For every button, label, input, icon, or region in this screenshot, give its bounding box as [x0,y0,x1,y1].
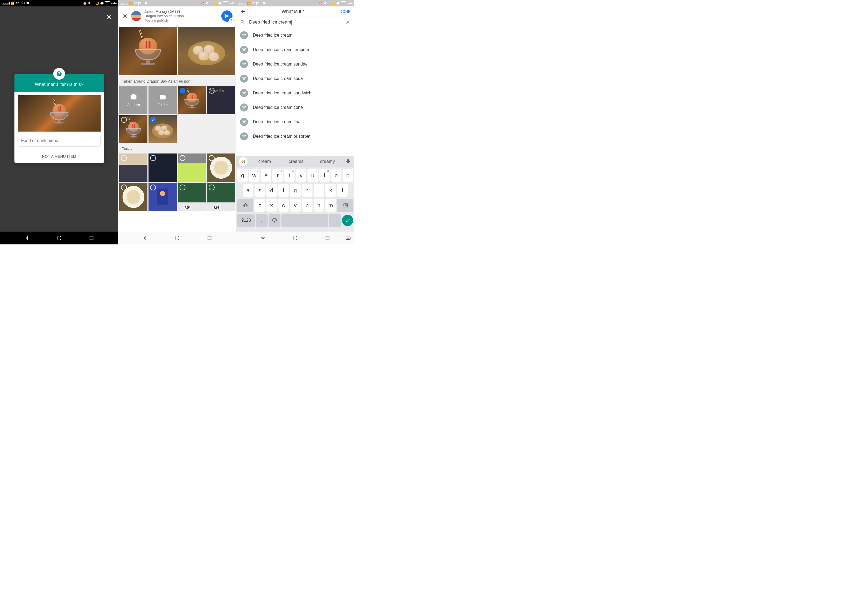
key-g[interactable]: g [290,184,300,197]
nav-back-button[interactable] [142,235,148,241]
kb-suggestion[interactable]: creamy [312,159,343,164]
suggestion-item[interactable]: Deep fried ice cream sandwich [236,86,354,100]
check-icon [150,155,156,161]
close-button[interactable] [105,14,113,21]
svg-point-5 [211,3,211,3]
nav-home-button[interactable] [174,235,180,241]
not-menu-item-button[interactable]: NOT A MENU ITEM [14,150,104,163]
suggestion-item[interactable]: Deep fried ice cream sundae [236,57,354,71]
svg-point-9 [329,3,329,3]
shift-key[interactable] [237,199,253,212]
space-key[interactable] [282,214,328,227]
done-button[interactable]: DONE [340,9,351,14]
symbols-key[interactable]: ?123 [237,214,255,227]
kb-suggestion[interactable]: creams [280,159,312,164]
nav-keyboard-button[interactable] [345,235,351,241]
suggestion-text: Deep fried ice cream sandwich [253,91,312,95]
google-button[interactable]: G [239,157,247,166]
post-header: Jason Murray (JM77) Dragon Bay Asian Fus… [118,6,236,26]
suggestion-item[interactable]: Deep fried ice cream soda [236,71,354,86]
nav-bar [0,232,118,244]
selected-photo[interactable] [119,27,177,75]
suggestion-item[interactable]: Deep fried ice cream cone [236,100,354,115]
enter-key[interactable] [342,215,353,226]
key-q[interactable]: q1 [237,169,248,182]
key-o[interactable]: o9 [331,169,342,182]
key-e[interactable]: e3 [261,169,271,182]
nav-recent-button[interactable] [206,235,212,241]
photo-thumbnail[interactable]: DragonBay [207,86,235,114]
key-u[interactable]: u7 [307,169,318,182]
status-bar: VoLTE 📶 N f ⏰ 🌙 65 4:42 [118,0,236,6]
back-button[interactable] [240,9,246,14]
kb-suggestion[interactable]: cream [249,159,280,164]
question-icon [53,68,65,80]
folder-button[interactable]: Folder [149,86,176,114]
nav-back-button[interactable] [260,235,266,241]
key-a[interactable]: a [243,184,253,197]
nav-home-button[interactable] [292,235,298,241]
photo-thumbnail[interactable]: 7.95 [178,183,206,211]
close-button[interactable] [122,13,128,19]
key-s[interactable]: s [255,184,265,197]
kb-row: asdfghjkl [237,184,353,197]
suggestion-item[interactable]: Deep fried ice cream tempura [236,42,354,57]
send-button[interactable]: 2 [221,11,232,22]
photo-thumbnail[interactable] [207,154,235,182]
nearby-grid: Camera Folder DragonBay DragonBay [118,86,236,144]
suggestion-item[interactable]: Deep fried ice cream [236,28,354,42]
location-icon [209,2,212,5]
photo-thumbnail[interactable] [149,154,176,182]
photo-thumbnail[interactable]: 7.95 [207,183,235,211]
selected-photo[interactable] [178,27,235,75]
camera-button[interactable]: Camera [119,86,148,114]
suggestion-item[interactable]: Deep fried ice cream float [236,115,354,129]
photo-thumbnail[interactable] [119,154,148,182]
key-l[interactable]: l [337,184,348,197]
period-key[interactable]: . [329,214,341,227]
nav-back-button[interactable] [24,235,30,241]
nav-recent-button[interactable] [325,235,330,241]
svg-point-12 [275,220,276,220]
photo-thumbnail[interactable] [149,115,176,143]
mic-icon[interactable] [345,159,351,164]
backspace-key[interactable] [337,199,353,212]
photo-thumbnail[interactable] [178,154,206,182]
empty-slot [178,115,206,143]
food-name-input[interactable] [18,135,101,146]
nav-home-button[interactable] [56,235,62,241]
header-title: What is it? [249,9,337,14]
key-t[interactable]: t5 [284,169,295,182]
key-w[interactable]: w2 [249,169,260,182]
clear-button[interactable] [345,20,351,25]
key-j[interactable]: j [313,184,324,197]
key-n[interactable]: n [313,199,324,212]
status-time: 4:44 [347,2,353,5]
key-v[interactable]: v [290,199,300,212]
key-z[interactable]: z [255,199,265,212]
key-h[interactable]: h [302,184,312,197]
suggestion-item[interactable]: Deep fried ice cream or sorbet [236,129,354,143]
menu-item-modal: What menu item is this? NOT A MENU ITEM [14,74,104,163]
alarm-icon: ⏰ [201,2,205,5]
key-b[interactable]: b [302,199,312,212]
search-input[interactable]: Deep fried ice cream [249,20,341,25]
photo-thumbnail[interactable] [178,86,206,114]
key-p[interactable]: p0 [342,169,353,182]
key-d[interactable]: d [266,184,277,197]
svg-point-6 [175,236,179,240]
photo-thumbnail[interactable] [119,183,148,211]
key-c[interactable]: c [278,199,289,212]
key-x[interactable]: x [266,199,277,212]
key-r[interactable]: r4 [273,169,283,182]
photo-thumbnail[interactable]: DragonBay [119,115,148,143]
comma-key[interactable]: , [256,214,268,227]
key-k[interactable]: k [326,184,336,197]
key-m[interactable]: m [326,199,336,212]
photo-thumbnail[interactable] [149,183,176,211]
key-y[interactable]: y6 [296,169,307,182]
key-f[interactable]: f [278,184,289,197]
key-i[interactable]: i8 [319,169,330,182]
emoji-key[interactable] [269,214,280,227]
nav-recent-button[interactable] [89,235,95,241]
